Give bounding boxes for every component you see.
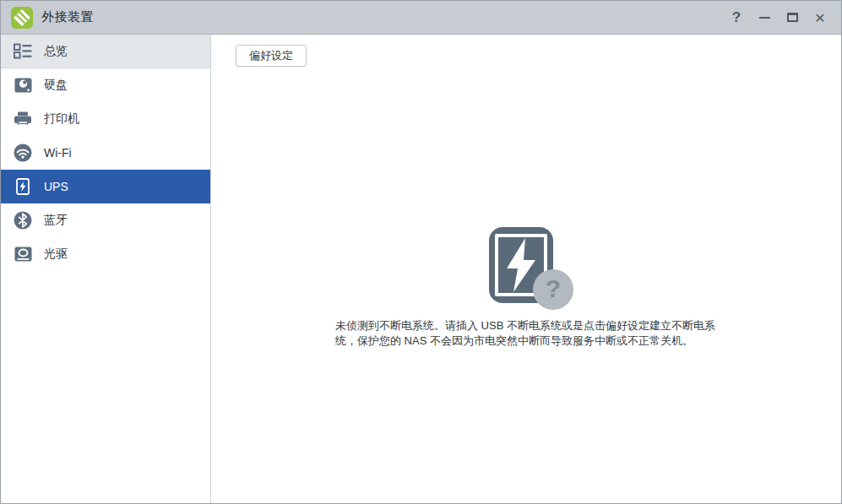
sidebar-item-overview[interactable]: 总览 [1,35,210,68]
sidebar-item-label: UPS [44,180,68,193]
minimize-icon [759,17,770,19]
question-circle-icon: ? [533,269,573,310]
sidebar-item-ups[interactable]: UPS [1,170,210,203]
titlebar: 外接装置 ? × [1,1,841,35]
sidebar-item-label: 打印机 [44,111,79,127]
minimize-button[interactable] [757,10,772,25]
help-button[interactable]: ? [729,10,744,25]
window-content: 总览 硬盘 [1,35,841,503]
help-icon: ? [732,10,741,24]
wifi-icon [13,143,33,163]
main-panel: 偏好设定 ? 未侦测到不断电系统。请插入 USB 不断电系统或是点击偏好设定建立… [211,35,841,503]
bluetooth-icon [13,210,33,230]
maximize-icon [787,13,798,22]
diagonal-stripes-glyph [11,7,33,29]
printer-icon [13,109,33,129]
preferences-button[interactable]: 偏好设定 [236,45,307,67]
sidebar-item-label: 总览 [44,44,68,59]
external-devices-app-icon [11,7,33,29]
sidebar-item-printer[interactable]: 打印机 [1,102,210,136]
external-devices-window: 外接装置 ? × [0,0,842,504]
ups-not-detected-icon: ? [479,227,573,307]
sidebar: 总览 硬盘 [1,35,211,503]
close-button[interactable]: × [812,10,828,25]
empty-state-message: 未侦测到不断电系统。请插入 USB 不断电系统或是点击偏好设定建立不断电系统，保… [335,318,717,349]
maximize-button[interactable] [785,10,800,25]
optical-drive-icon [13,244,33,264]
window-controls: ? × [729,10,828,25]
ups-icon [13,176,33,197]
hdd-icon [13,75,33,95]
question-mark: ? [546,276,561,301]
window-title: 外接装置 [41,9,94,25]
sidebar-item-hdd[interactable]: 硬盘 [1,68,210,102]
sidebar-item-label: Wi-Fi [44,146,72,160]
sidebar-item-label: 蓝牙 [44,213,68,228]
sidebar-item-optical-drive[interactable]: 光驱 [1,237,210,271]
sidebar-item-label: 光驱 [44,247,68,262]
sidebar-item-bluetooth[interactable]: 蓝牙 [1,203,210,237]
sidebar-item-label: 硬盘 [44,78,68,93]
ups-empty-state: ? 未侦测到不断电系统。请插入 USB 不断电系统或是点击偏好设定建立不断电系统… [211,227,841,349]
overview-icon [13,41,33,62]
sidebar-item-wifi[interactable]: Wi-Fi [1,136,210,170]
close-icon: × [815,8,825,26]
